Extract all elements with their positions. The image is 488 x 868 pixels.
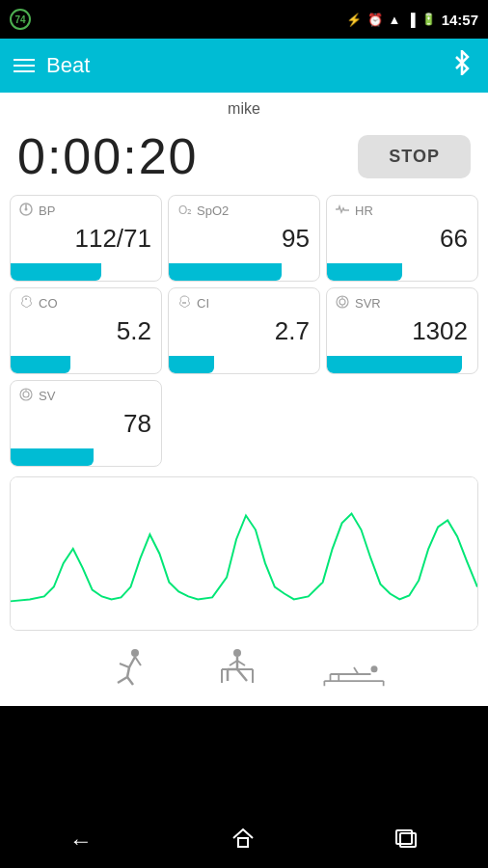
metric-header-sv: SV [11,381,161,405]
back-button[interactable]: ← [69,827,93,854]
sv-row: SV 78 [0,374,488,467]
metric-header-co: CO [11,288,161,312]
metric-value-svr: 1302 [327,312,477,356]
metric-value-ci: 2.7 [169,312,319,356]
bp-icon [18,202,34,220]
home-button[interactable] [230,826,256,856]
sv-icon [18,387,34,405]
nav-bar: ← [0,814,488,868]
alarm-icon: ⏰ [367,13,383,27]
app-title: Beat [46,53,90,78]
metric-label-svr: SVR [355,296,381,311]
app-bar: Beat [0,39,488,93]
svg-line-15 [129,657,135,667]
battery-circle-icon: 74 [10,9,31,30]
metric-bar-co [11,356,70,373]
metric-header-ci: CI [169,288,319,312]
metric-bar-spo2 [169,263,282,281]
metric-label-ci: CI [197,296,209,311]
main-content: mike 0:00:20 STOP BP 112/71 O₂ SpO2 [0,93,488,706]
svg-line-19 [127,677,133,685]
svg-rect-39 [238,838,248,847]
metric-card-spo2: O₂ SpO2 95 [168,195,320,282]
co-icon [18,294,34,312]
metric-card-hr: HR 66 [326,195,478,282]
recent-apps-button[interactable] [393,826,419,856]
svg-point-11 [23,392,29,397]
activity-row [0,637,488,696]
svg-rect-13 [11,477,477,630]
metric-header-bp: BP [11,196,161,220]
bluetooth-icon [449,50,474,75]
metric-label-sv: SV [39,389,55,403]
home-icon [230,826,256,851]
metric-value-hr: 66 [327,220,477,263]
chart-area [10,476,478,631]
metric-bar-hr [327,263,402,281]
svr-icon [335,294,350,312]
metric-card-svr: SVR 1302 [326,287,478,374]
status-bar: 74 ⚡ ⏰ ▲ ▐ 🔋 14:57 [0,0,488,39]
metric-value-bp: 112/71 [11,220,161,263]
svg-point-31 [371,665,378,672]
metric-label-bp: BP [39,203,55,218]
metric-card-sv: SV 78 [10,380,162,467]
bluetooth-button[interactable] [449,50,474,81]
metrics-grid: BP 112/71 O₂ SpO2 95 HR 66 [0,195,488,374]
hr-icon [335,202,350,220]
metric-label-spo2: SpO2 [197,203,229,218]
svg-line-25 [237,669,247,681]
metric-value-sv: 78 [11,405,161,448]
metric-bar-svr [327,356,462,373]
metric-label-hr: HR [355,203,373,218]
timer-display: 0:00:20 [17,127,199,185]
svg-point-2 [25,208,28,211]
svg-line-17 [127,667,129,677]
activity-running-icon[interactable] [100,646,152,689]
metric-header-spo2: O₂ SpO2 [169,196,319,220]
signal-icon: ▐ [406,13,415,27]
svg-point-21 [233,649,241,657]
app-bar-left: Beat [14,53,90,78]
metric-label-co: CO [39,296,58,311]
svg-line-20 [135,657,141,665]
metric-value-co: 5.2 [11,312,161,356]
svg-line-18 [118,677,127,683]
metric-card-bp: BP 112/71 [10,195,162,282]
bluetooth-status-icon: ⚡ [346,13,362,27]
battery-icon: 🔋 [421,13,436,26]
svg-point-7 [339,299,345,305]
activity-sitting-icon[interactable] [210,646,262,689]
recent-apps-icon [393,826,419,851]
metric-value-spo2: 95 [169,220,319,263]
wifi-icon: ▲ [389,13,401,27]
metric-header-svr: SVR [327,288,477,312]
user-name: mike [0,93,488,122]
stop-button[interactable]: STOP [358,135,471,178]
activity-lying-icon[interactable] [320,646,388,689]
metric-card-ci: CI 2.7 [168,287,320,374]
ecg-chart [11,477,477,630]
metric-card-co: CO 5.2 [10,287,162,374]
svg-text:O₂: O₂ [178,203,192,217]
time-display: 14:57 [442,12,478,28]
menu-button[interactable] [14,59,35,72]
spo2-icon: O₂ [176,202,192,220]
metric-bar-sv [11,448,94,466]
metric-bar-ci [169,356,214,373]
status-right: ⚡ ⏰ ▲ ▐ 🔋 14:57 [346,12,478,28]
timer-row: 0:00:20 STOP [0,122,488,195]
status-left: 74 [10,9,31,30]
metric-header-hr: HR [327,196,477,220]
ci-icon [176,294,192,312]
svg-line-16 [120,664,129,667]
svg-point-14 [131,649,139,657]
metric-bar-bp [11,263,101,281]
